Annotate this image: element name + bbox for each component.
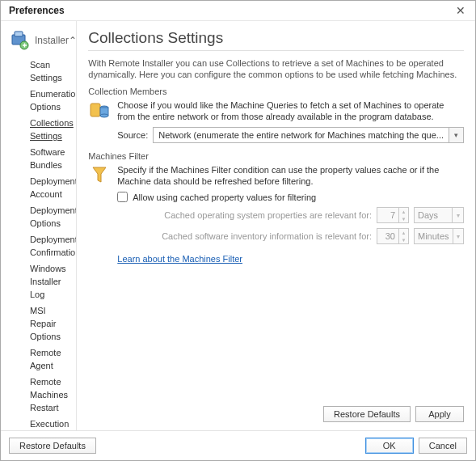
cache-os-spinner[interactable]: 7 ▲▼ — [377, 207, 409, 223]
page-title: Collections Settings — [88, 29, 464, 47]
sidebar-item-execution-results[interactable]: Execution Results — [23, 416, 76, 430]
cache-inv-spinner[interactable]: 30 ▲▼ — [377, 228, 409, 244]
ok-button[interactable]: OK — [365, 438, 414, 454]
divider — [88, 50, 464, 51]
machines-filter-title: Machines Filter — [88, 151, 464, 161]
database-icon — [88, 99, 111, 122]
spinner-up-icon[interactable]: ▲ — [399, 229, 408, 236]
collection-members-group: Collection Members Choose if you would l… — [88, 87, 464, 143]
sidebar-item-deployment-confirmation[interactable]: Deployment Confirmation — [23, 231, 76, 260]
allow-cache-label: Allow using cached property values for f… — [133, 192, 316, 202]
machines-filter-text: Specify if the Machines Filter condition… — [117, 164, 464, 187]
cache-os-unit-dropdown[interactable]: Days ▾ — [414, 207, 464, 223]
source-value: Network (enumerate the entire network fo… — [154, 130, 449, 140]
apply-button[interactable]: Apply — [415, 406, 464, 422]
cache-os-value: 7 — [377, 210, 398, 220]
installer-icon — [9, 29, 30, 52]
sidebar-item-msi-repair-options[interactable]: MSI Repair Options — [23, 302, 76, 345]
source-label: Source: — [117, 130, 148, 140]
section-label: Installer — [35, 35, 69, 46]
chevron-up-icon[interactable]: ⌃ — [69, 35, 77, 46]
svg-rect-1 — [15, 32, 23, 36]
close-icon[interactable]: ✕ — [453, 4, 469, 17]
chevron-down-icon[interactable]: ▾ — [453, 229, 463, 243]
collection-members-title: Collection Members — [88, 87, 464, 96]
spinner-down-icon[interactable]: ▼ — [399, 236, 408, 243]
sidebar-item-deployment-account[interactable]: Deployment Account — [23, 173, 76, 202]
allow-cache-checkbox[interactable] — [117, 192, 128, 202]
section-header-installer[interactable]: Installer⌃ — [1, 26, 76, 55]
page-description: With Remote Installer you can use Collec… — [88, 57, 464, 80]
chevron-down-icon[interactable]: ▾ — [452, 208, 463, 222]
cache-inv-label: Cached software inventory information is… — [130, 231, 372, 241]
sidebar-item-remote-machines-restart[interactable]: Remote Machines Restart — [23, 374, 76, 416]
cancel-button[interactable]: Cancel — [419, 438, 467, 454]
sidebar-item-software-bundles[interactable]: Software Bundles — [23, 144, 76, 173]
window-title: Preferences — [9, 5, 65, 16]
learn-link[interactable]: Learn about the Machines Filter — [117, 254, 242, 264]
svg-point-20 — [100, 114, 108, 117]
spinner-down-icon[interactable]: ▼ — [399, 215, 408, 222]
filter-icon — [88, 164, 111, 187]
sidebar-item-deployment-options[interactable]: Deployment Options — [23, 202, 76, 231]
chevron-down-icon[interactable]: ▾ — [449, 128, 463, 142]
cache-os-label: Cached operating system properties are r… — [130, 210, 372, 220]
restore-defaults-button[interactable]: Restore Defaults — [323, 406, 411, 422]
cache-inv-unit: Minutes — [415, 231, 453, 241]
sidebar-item-windows-installer-log[interactable]: Windows Installer Log — [23, 260, 76, 302]
content-panel: Collections Settings With Remote Install… — [77, 21, 475, 430]
sidebar-item-collections-settings[interactable]: Collections Settings — [23, 115, 76, 144]
cache-inv-unit-dropdown[interactable]: Minutes ▾ — [414, 228, 464, 244]
sidebar-item-scan-settings[interactable]: Scan Settings — [23, 57, 76, 86]
svg-rect-17 — [91, 104, 100, 116]
source-dropdown[interactable]: Network (enumerate the entire network fo… — [153, 127, 464, 143]
sidebar: Installer⌃Scan SettingsEnumeration Optio… — [1, 21, 77, 430]
cache-inv-value: 30 — [377, 231, 398, 241]
collection-members-text: Choose if you would like the Machine Que… — [117, 99, 464, 122]
sidebar-item-remote-agent[interactable]: Remote Agent — [23, 345, 76, 374]
machines-filter-group: Machines Filter Specify if the Machines … — [88, 151, 464, 264]
cache-os-unit: Days — [415, 210, 452, 220]
sidebar-item-enumeration-options[interactable]: Enumeration Options — [23, 86, 76, 115]
spinner-up-icon[interactable]: ▲ — [399, 208, 408, 215]
sidebar-restore-defaults-button[interactable]: Restore Defaults — [9, 438, 96, 454]
